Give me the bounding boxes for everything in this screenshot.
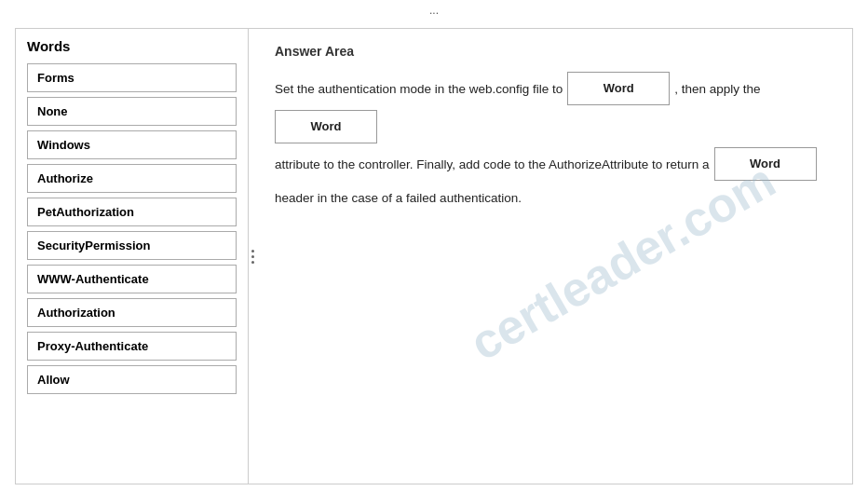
word-box-3[interactable]: Word <box>714 147 817 181</box>
word-box-2[interactable]: Word <box>275 110 377 143</box>
words-panel: Words FormsNoneWindowsAuthorizePetAuthor… <box>16 29 249 484</box>
word-box-1[interactable]: Word <box>567 72 670 105</box>
word-item-3[interactable]: Authorize <box>27 164 237 193</box>
drag-divider[interactable] <box>249 29 256 484</box>
sentence2-after: header in the case of a failed authentic… <box>275 185 522 211</box>
word-item-8[interactable]: Proxy-Authenticate <box>27 332 237 361</box>
sentence-line-1: Set the authentication mode in the web.c… <box>275 72 834 143</box>
word-item-7[interactable]: Authorization <box>27 298 237 327</box>
word-item-4[interactable]: PetAuthorization <box>27 198 237 226</box>
sentence1-before: Set the authentication mode in the web.c… <box>275 76 563 102</box>
sentence-line-2: attribute to the controller. Finally, ad… <box>275 147 834 211</box>
drag-dot-1 <box>251 250 254 252</box>
words-list: FormsNoneWindowsAuthorizePetAuthorizatio… <box>27 63 237 394</box>
word-item-2[interactable]: Windows <box>27 130 237 159</box>
word-item-5[interactable]: SecurityPermission <box>27 231 237 260</box>
sentence2-before: attribute to the controller. Finally, ad… <box>275 152 710 177</box>
top-bar: ... <box>15 0 853 19</box>
sentence1-mid: , then apply the <box>674 76 760 102</box>
answer-title: Answer Area <box>275 44 834 59</box>
words-panel-title: Words <box>27 38 237 54</box>
drag-dot-3 <box>251 261 254 264</box>
answer-content: Set the authentication mode in the web.c… <box>275 72 834 211</box>
drag-dot-2 <box>251 255 254 258</box>
word-item-1[interactable]: None <box>27 97 237 126</box>
answer-panel: Answer Area certleader.com Set the authe… <box>256 29 852 484</box>
drag-dots <box>251 250 254 264</box>
word-item-9[interactable]: Allow <box>27 365 237 394</box>
top-bar-label: ... <box>429 4 439 17</box>
word-item-0[interactable]: Forms <box>27 63 237 92</box>
main-container: Words FormsNoneWindowsAuthorizePetAuthor… <box>15 28 853 484</box>
word-item-6[interactable]: WWW-Authenticate <box>27 265 237 293</box>
